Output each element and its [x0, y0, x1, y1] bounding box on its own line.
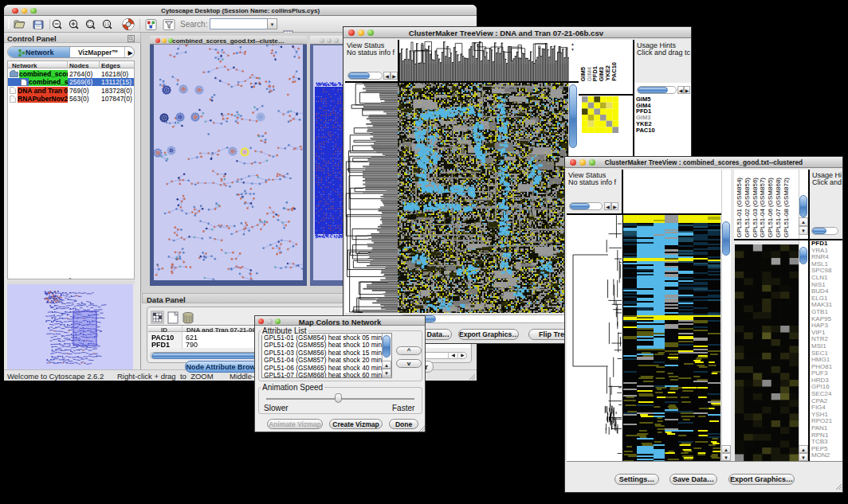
svg-text:1:1: 1:1 [104, 22, 110, 26]
